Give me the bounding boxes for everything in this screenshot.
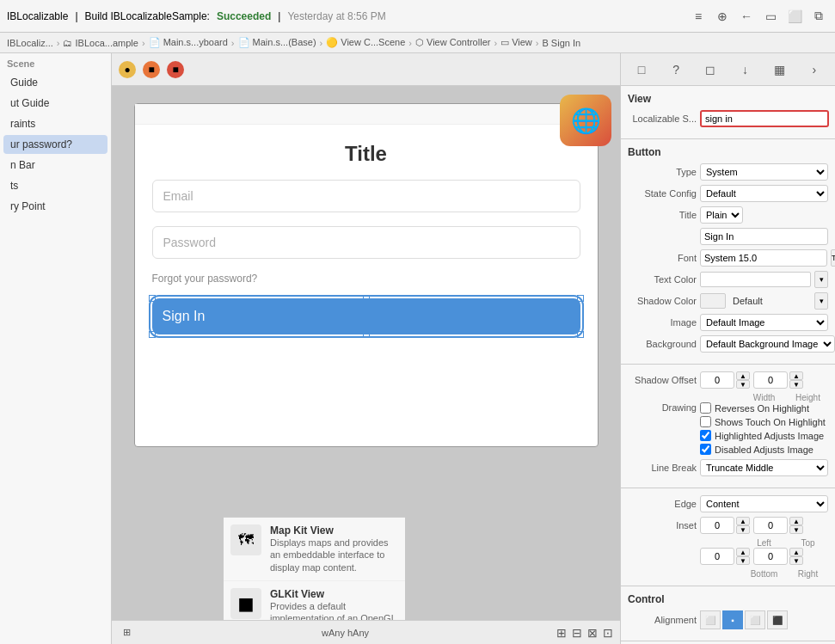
layout-icon[interactable]: ⊟ bbox=[572, 626, 582, 640]
inset-top-up[interactable]: ▲ bbox=[789, 517, 803, 525]
shadow-offset-y[interactable] bbox=[753, 371, 788, 389]
inset-bottom-down[interactable]: ▼ bbox=[736, 556, 750, 565]
glkit-desc: Provides a default implementation of an … bbox=[270, 600, 398, 620]
shadow-y-up[interactable]: ▲ bbox=[789, 371, 803, 380]
separator1: | bbox=[75, 10, 77, 22]
shows-touch-checkbox[interactable] bbox=[700, 416, 711, 427]
align-fill-button[interactable]: ⬛ bbox=[767, 610, 788, 629]
shadow-offset-y-group: ▲ ▼ bbox=[753, 371, 803, 389]
inset-right-group: ▲ ▼ bbox=[753, 548, 803, 565]
sidebar-item-ut-guide[interactable]: ut Guide bbox=[3, 94, 107, 113]
text-color-arrow[interactable]: ▾ bbox=[814, 271, 828, 288]
sidebar-item-ry-point[interactable]: ry Point bbox=[3, 197, 107, 216]
title-type-select[interactable]: Plain bbox=[700, 206, 743, 224]
email-input[interactable]: Email bbox=[152, 180, 580, 212]
inset-bottom[interactable] bbox=[700, 548, 734, 565]
breadcrumb-sample[interactable]: 🗂 IBLoca...ample bbox=[63, 38, 138, 48]
grid-icon[interactable]: ⊞ bbox=[556, 626, 567, 640]
inset-right[interactable] bbox=[753, 548, 788, 565]
reverses-checkbox[interactable] bbox=[700, 402, 711, 414]
build-time: Yesterday at 8:56 PM bbox=[287, 10, 385, 22]
signin-button-container: Sign In bbox=[152, 298, 580, 334]
text-color-row: Text Color ▾ bbox=[628, 271, 828, 288]
expand-button[interactable]: ⊞ bbox=[119, 625, 134, 641]
align-center-button[interactable]: ▪ bbox=[722, 610, 743, 629]
font-input[interactable] bbox=[700, 249, 827, 267]
breadcrumb-base[interactable]: 📄 Main.s...(Base) bbox=[238, 37, 316, 48]
password-input[interactable]: Password bbox=[152, 226, 580, 259]
inset-top[interactable] bbox=[753, 517, 788, 534]
inset-left-down[interactable]: ▼ bbox=[736, 525, 750, 534]
shadow-x-down[interactable]: ▼ bbox=[736, 380, 750, 389]
line-break-label: Line Break bbox=[628, 463, 697, 473]
sidebar-item-password[interactable]: ur password? bbox=[3, 135, 107, 154]
panel-phone-button[interactable]: ▦ bbox=[768, 58, 792, 82]
device-content: Title Email Password Forgot your passwor… bbox=[135, 125, 598, 352]
canvas-area: ● ■ ■ 🌐 Title bbox=[112, 53, 620, 644]
bottom-sub-label: Bottom bbox=[744, 569, 784, 579]
right-panel-toolbar: □ ? ◻ ↓ ▦ › bbox=[621, 53, 835, 86]
align-right-button[interactable]: ⬜ bbox=[745, 610, 765, 629]
panel-forward-button[interactable]: › bbox=[802, 58, 826, 82]
font-stepper-button[interactable]: T bbox=[831, 249, 835, 267]
layout-multi-button[interactable]: ⧉ bbox=[809, 7, 828, 26]
image-select[interactable]: Default Image bbox=[700, 314, 828, 331]
icon-orange[interactable]: ■ bbox=[143, 61, 160, 78]
inset-right-up[interactable]: ▲ bbox=[789, 548, 803, 556]
breadcrumb-view[interactable]: ▭ View bbox=[500, 37, 532, 48]
background-row: Background Default Background Image bbox=[628, 335, 828, 353]
breadcrumb-view-scene[interactable]: 🟡 View C...Scene bbox=[326, 37, 405, 48]
button-section: Button Type System State Config Default … bbox=[621, 139, 835, 365]
localizable-input[interactable] bbox=[700, 110, 829, 127]
icon-yellow[interactable]: ● bbox=[119, 61, 136, 78]
back-button[interactable]: ← bbox=[737, 7, 756, 26]
state-config-select[interactable]: Default bbox=[700, 185, 828, 202]
sidebar-item-raints[interactable]: raints bbox=[3, 114, 107, 133]
localizable-row: Localizable S... bbox=[628, 110, 828, 127]
layout-single-button[interactable]: ▭ bbox=[761, 7, 780, 26]
breadcrumb-ib-localizable[interactable]: IBLocaliz... bbox=[7, 38, 53, 48]
layout-split-button[interactable]: ⬜ bbox=[785, 7, 804, 26]
highlighted-adjusts-checkbox[interactable] bbox=[700, 430, 711, 441]
inset-bottom-row: ▲ ▼ ▲ ▼ bbox=[628, 548, 828, 565]
shadow-y-down[interactable]: ▼ bbox=[789, 380, 803, 389]
shadow-color-swatch[interactable] bbox=[700, 293, 726, 309]
shadow-color-row: Shadow Color Default ▾ bbox=[628, 292, 828, 310]
distribute-icon[interactable]: ⊡ bbox=[603, 626, 613, 640]
reverses-label: Reverses On Highlight bbox=[715, 403, 809, 414]
sidebar-item-guide[interactable]: Guide bbox=[3, 73, 107, 92]
disabled-adjusts-checkbox[interactable] bbox=[700, 444, 711, 455]
line-break-select[interactable]: Truncate Middle bbox=[700, 459, 828, 476]
icon-red[interactable]: ■ bbox=[167, 61, 184, 78]
sidebar-item-n-bar[interactable]: n Bar bbox=[3, 156, 107, 175]
inset-left-up[interactable]: ▲ bbox=[736, 517, 750, 525]
location-button[interactable]: ⊕ bbox=[713, 7, 732, 26]
breadcrumb-sign-in[interactable]: B Sign In bbox=[542, 38, 580, 48]
signin-button[interactable]: Sign In bbox=[152, 298, 580, 334]
background-select[interactable]: Default Background Image bbox=[700, 335, 835, 353]
align-icon[interactable]: ⊠ bbox=[587, 626, 598, 640]
edge-select[interactable]: Content bbox=[700, 495, 828, 512]
align-left-button[interactable]: ⬜ bbox=[700, 610, 721, 629]
sidebar-item-ts[interactable]: ts bbox=[3, 176, 107, 195]
panel-info-button[interactable]: ◻ bbox=[698, 58, 722, 82]
panel-help-button[interactable]: ? bbox=[664, 58, 688, 82]
inset-left[interactable] bbox=[700, 517, 734, 534]
inset-bottom-up[interactable]: ▲ bbox=[736, 548, 750, 556]
breadcrumb-storyboard[interactable]: 📄 Main.s...yboard bbox=[149, 37, 228, 48]
left-sub-label: Left bbox=[744, 538, 784, 548]
shadow-offset-x[interactable] bbox=[700, 371, 734, 389]
hamburger-menu-button[interactable]: ≡ bbox=[689, 7, 708, 26]
app-name: IBLocalizable bbox=[7, 10, 68, 22]
panel-file-button[interactable]: □ bbox=[629, 58, 654, 82]
forgot-link[interactable]: Forgot your password? bbox=[152, 273, 258, 285]
text-color-swatch[interactable] bbox=[700, 272, 811, 287]
breadcrumb-view-controller[interactable]: ⬡ View Controller bbox=[415, 37, 490, 48]
inset-right-down[interactable]: ▼ bbox=[789, 556, 803, 565]
title-text-input[interactable] bbox=[700, 228, 828, 245]
shadow-x-up[interactable]: ▲ bbox=[736, 371, 750, 380]
shadow-color-arrow[interactable]: ▾ bbox=[814, 292, 828, 310]
type-select[interactable]: System bbox=[700, 163, 828, 181]
panel-arrow-button[interactable]: ↓ bbox=[734, 58, 758, 82]
inset-top-down[interactable]: ▼ bbox=[789, 525, 803, 534]
